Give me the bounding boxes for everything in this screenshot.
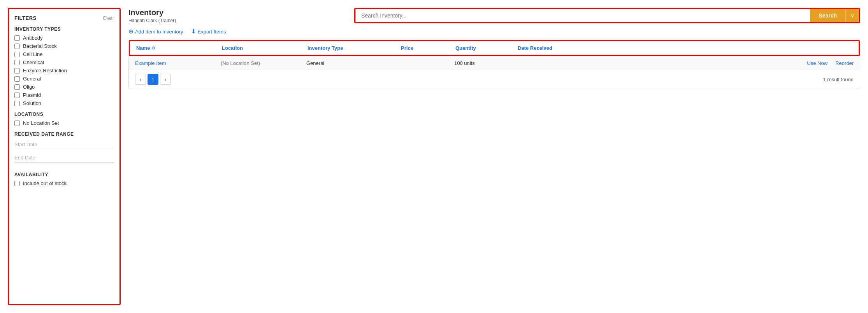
clear-filters-link[interactable]: Clear [103, 16, 114, 21]
filter-oligo: Oligo [14, 84, 114, 90]
col-name-label: Name [136, 45, 150, 51]
page-subtitle: Hannah Clark (Trainer) [128, 18, 176, 23]
col-header-price: Price [401, 45, 455, 51]
filter-bacterial-stock: Bacterial Stock [14, 43, 114, 49]
cell-quantity: 100 units [454, 60, 517, 66]
checkbox-chemical[interactable] [14, 60, 20, 65]
top-bar: Inventory Hannah Clark (Trainer) Search … [128, 8, 860, 23]
pagination-controls: ‹ 1 › [135, 74, 171, 85]
add-item-link[interactable]: ⊕ Add Item to Inventory [128, 28, 183, 35]
action-row: ⊕ Add Item to Inventory ⬇ Export Items [128, 28, 860, 35]
label-general[interactable]: General [23, 76, 41, 82]
page-title: Inventory [128, 8, 176, 17]
col-location-label: Location [222, 45, 243, 51]
sort-icon-name: ⊙ [151, 45, 155, 51]
cell-actions: Use Now Reorder [776, 60, 854, 66]
checkbox-general[interactable] [14, 76, 20, 82]
export-items-label: Export Items [198, 29, 226, 35]
checkbox-oligo[interactable] [14, 84, 20, 90]
search-dropdown-button[interactable]: ∨ [845, 9, 859, 22]
pagination-row: ‹ 1 › 1 result found [129, 70, 860, 89]
col-quantity-label: Quantity [455, 45, 476, 51]
filter-enzyme: Enzyme-Restriction [14, 68, 114, 73]
filter-general: General [14, 76, 114, 82]
checkbox-no-location[interactable] [14, 121, 20, 126]
inventory-table-wrapper: Name ⊙ Location Inventory Type Price Qua… [128, 40, 860, 89]
label-cell-line[interactable]: Cell Line [23, 51, 43, 57]
next-page-button[interactable]: › [160, 74, 171, 85]
start-date-input[interactable] [14, 140, 114, 149]
download-icon: ⬇ [191, 28, 196, 35]
end-date-input[interactable] [14, 153, 114, 163]
add-item-label: Add Item to Inventory [135, 29, 183, 35]
checkbox-cell-line[interactable] [14, 52, 20, 57]
checkbox-enzyme-restriction[interactable] [14, 68, 20, 73]
use-now-link[interactable]: Use Now [807, 60, 828, 66]
locations-label: LOCATIONS [14, 112, 114, 117]
cell-location: (No Location Set) [221, 60, 306, 66]
col-price-label: Price [401, 45, 413, 51]
filters-title: FILTERS [14, 15, 37, 21]
col-header-date-received: Date Received [518, 45, 852, 51]
col-type-label: Inventory Type [307, 45, 343, 51]
reorder-link[interactable]: Reorder [835, 60, 854, 66]
checkbox-plasmid[interactable] [14, 93, 20, 98]
label-bacterial-stock[interactable]: Bacterial Stock [23, 43, 57, 49]
label-plasmid[interactable]: Plasmid [23, 92, 41, 98]
filter-chemical: Chemical [14, 59, 114, 65]
col-header-location: Location [222, 45, 307, 51]
search-bar-wrapper: Search ∨ [354, 8, 860, 23]
col-date-label: Date Received [518, 45, 552, 51]
checkbox-antibody[interactable] [14, 35, 20, 41]
checkbox-include-out-of-stock[interactable] [14, 181, 20, 186]
availability-label: AVAILABILITY [14, 172, 114, 177]
filter-plasmid: Plasmid [14, 92, 114, 98]
col-header-type: Inventory Type [307, 45, 401, 51]
label-no-location[interactable]: No Location Set [23, 120, 59, 126]
search-input[interactable] [355, 9, 810, 22]
checkbox-solution[interactable] [14, 101, 20, 106]
table-row: Example Item (No Location Set) General 1… [129, 56, 860, 70]
search-button[interactable]: Search [810, 9, 845, 22]
chevron-down-icon: ∨ [850, 12, 854, 19]
label-antibody[interactable]: Antibody [23, 35, 43, 41]
result-count: 1 result found [823, 77, 854, 82]
filters-sidebar: FILTERS Clear INVENTORY TYPES Antibody B… [8, 8, 121, 305]
sidebar-header: FILTERS Clear [14, 15, 114, 21]
filter-out-of-stock: Include out of stock [14, 180, 114, 186]
filter-antibody: Antibody [14, 35, 114, 41]
received-date-range-label: RECEIVED DATE RANGE [14, 131, 114, 137]
plus-circle-icon: ⊕ [128, 28, 134, 35]
checkbox-bacterial-stock[interactable] [14, 44, 20, 49]
page-info: Inventory Hannah Clark (Trainer) [128, 8, 176, 23]
filter-solution: Solution [14, 100, 114, 106]
label-oligo[interactable]: Oligo [23, 84, 35, 90]
cell-name[interactable]: Example Item [135, 60, 221, 66]
col-header-quantity: Quantity [455, 45, 518, 51]
filter-cell-line: Cell Line [14, 51, 114, 57]
table-header: Name ⊙ Location Inventory Type Price Qua… [129, 40, 860, 56]
label-enzyme-restriction[interactable]: Enzyme-Restriction [23, 68, 67, 73]
filter-no-location: No Location Set [14, 120, 114, 126]
col-header-name[interactable]: Name ⊙ [136, 45, 222, 51]
inventory-types-label: INVENTORY TYPES [14, 26, 114, 32]
export-items-link[interactable]: ⬇ Export Items [191, 28, 226, 35]
label-chemical[interactable]: Chemical [23, 59, 44, 65]
page-1-button[interactable]: 1 [148, 74, 158, 85]
main-content: Inventory Hannah Clark (Trainer) Search … [128, 8, 860, 305]
label-include-out-of-stock[interactable]: Include out of stock [23, 180, 67, 186]
prev-page-button[interactable]: ‹ [135, 74, 146, 85]
cell-type: General [306, 60, 400, 66]
label-solution[interactable]: Solution [23, 100, 41, 106]
